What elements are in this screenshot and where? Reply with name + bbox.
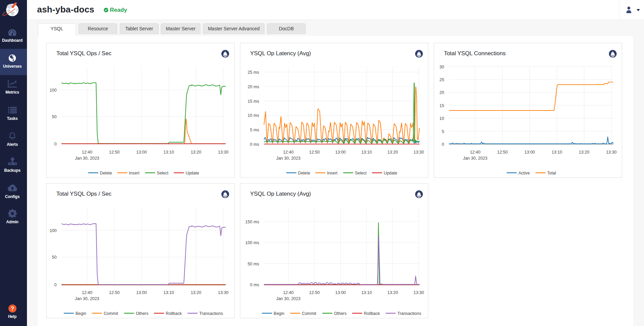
svg-text:Rollback: Rollback [364, 311, 380, 316]
svg-text:50 ms: 50 ms [248, 262, 259, 266]
svg-text:Total YSQL Ops / Sec: Total YSQL Ops / Sec [56, 191, 112, 197]
svg-text:13:20: 13:20 [387, 290, 398, 295]
svg-text:50: 50 [52, 115, 57, 120]
svg-text:13:20: 13:20 [579, 150, 589, 155]
svg-text:13:00: 13:00 [136, 150, 147, 155]
svg-text:13:30: 13:30 [218, 150, 228, 155]
svg-text:12:40: 12:40 [470, 150, 480, 155]
svg-text:Transactions: Transactions [199, 311, 223, 316]
svg-text:12:40: 12:40 [82, 290, 92, 295]
svg-text:13:00: 13:00 [335, 150, 345, 155]
svg-text:25 ms: 25 ms [248, 70, 259, 75]
svg-text:Total YSQL Connections: Total YSQL Connections [444, 51, 505, 57]
svg-text:Others: Others [136, 311, 148, 316]
svg-text:12:40: 12:40 [82, 150, 92, 155]
svg-text:Jan 30, 2023: Jan 30, 2023 [75, 156, 99, 161]
svg-text:12:50: 12:50 [309, 290, 319, 295]
svg-text:YSQL Op Latency (Avg): YSQL Op Latency (Avg) [250, 191, 311, 197]
svg-text:Update: Update [384, 171, 397, 175]
svg-text:Active: Active [518, 171, 530, 175]
svg-text:10 ms: 10 ms [248, 113, 259, 118]
svg-text:YSQL Op Latency (Avg): YSQL Op Latency (Avg) [250, 51, 311, 57]
svg-text:15: 15 [439, 103, 444, 108]
svg-text:Insert: Insert [129, 171, 140, 175]
svg-text:Delete: Delete [298, 171, 310, 175]
svg-text:0: 0 [54, 142, 57, 146]
svg-text:12:50: 12:50 [309, 150, 319, 155]
svg-text:13:10: 13:10 [361, 290, 372, 295]
svg-text:50: 50 [52, 255, 57, 260]
svg-text:20: 20 [439, 91, 444, 95]
svg-text:13:20: 13:20 [191, 150, 201, 155]
svg-text:13:00: 13:00 [136, 290, 147, 295]
svg-text:Jan 30, 2023: Jan 30, 2023 [276, 296, 300, 301]
svg-text:13:20: 13:20 [191, 290, 201, 295]
svg-text:13:20: 13:20 [387, 150, 398, 155]
svg-text:Update: Update [185, 171, 199, 175]
svg-text:13:30: 13:30 [218, 290, 228, 295]
svg-text:12:50: 12:50 [109, 290, 119, 295]
svg-text:13:00: 13:00 [335, 290, 345, 295]
svg-text:Select: Select [157, 171, 168, 175]
svg-text:Delete: Delete [100, 171, 112, 175]
svg-text:13:10: 13:10 [361, 150, 372, 155]
svg-text:Select: Select [355, 171, 367, 175]
svg-text:Jan 30, 2023: Jan 30, 2023 [75, 296, 99, 301]
svg-text:12:40: 12:40 [283, 290, 294, 295]
svg-text:Others: Others [334, 311, 346, 316]
svg-text:Transactions: Transactions [397, 311, 421, 316]
svg-text:12:50: 12:50 [497, 150, 508, 155]
svg-text:Commit: Commit [103, 311, 118, 316]
svg-text:Total: Total [547, 171, 556, 175]
svg-text:Jan 30, 2023: Jan 30, 2023 [463, 156, 487, 161]
svg-text:5: 5 [442, 129, 444, 134]
svg-text:150 ms: 150 ms [245, 220, 259, 224]
svg-text:15 ms: 15 ms [248, 99, 259, 104]
svg-text:0: 0 [54, 283, 57, 287]
svg-text:Jan 30, 2023: Jan 30, 2023 [276, 156, 300, 161]
svg-text:13:10: 13:10 [163, 290, 174, 295]
svg-text:100: 100 [50, 88, 57, 93]
svg-text:0: 0 [442, 142, 444, 147]
svg-text:Commit: Commit [302, 311, 316, 316]
svg-text:0 ms: 0 ms [250, 283, 259, 287]
svg-text:13:30: 13:30 [606, 150, 616, 155]
svg-text:Insert: Insert [327, 171, 338, 175]
svg-text:Total YSQL Ops / Sec: Total YSQL Ops / Sec [56, 51, 112, 57]
svg-text:25: 25 [439, 77, 444, 82]
svg-text:100 ms: 100 ms [245, 240, 259, 245]
svg-text:Rollback: Rollback [165, 311, 182, 316]
svg-text:13:30: 13:30 [413, 150, 424, 155]
svg-text:20 ms: 20 ms [248, 85, 259, 89]
svg-text:Begin: Begin [274, 311, 284, 316]
svg-text:0 ms: 0 ms [250, 142, 259, 147]
svg-text:?: ? [11, 306, 14, 312]
svg-text:30: 30 [439, 65, 444, 69]
svg-text:13:10: 13:10 [163, 150, 174, 155]
svg-text:12:40: 12:40 [283, 150, 294, 155]
svg-text:Begin: Begin [75, 311, 86, 316]
svg-text:13:30: 13:30 [413, 290, 424, 295]
svg-text:10: 10 [439, 117, 444, 121]
svg-text:100: 100 [50, 228, 57, 233]
svg-text:13:10: 13:10 [551, 150, 562, 155]
svg-text:12:50: 12:50 [109, 150, 119, 155]
svg-text:5 ms: 5 ms [250, 128, 259, 133]
svg-text:13:00: 13:00 [524, 150, 535, 155]
